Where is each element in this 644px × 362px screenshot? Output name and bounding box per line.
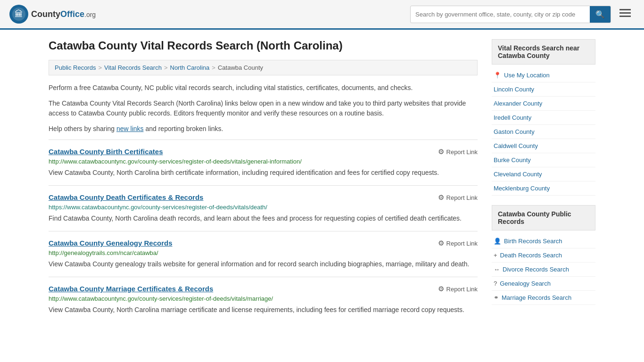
pr-link-4[interactable]: Marriage Records Search bbox=[502, 294, 571, 301]
svg-text:🏛: 🏛 bbox=[15, 9, 23, 19]
nearby-counties-list: Lincoln CountyAlexander CountyIredell Co… bbox=[492, 82, 595, 196]
use-my-location[interactable]: 📍 Use My Location bbox=[492, 68, 595, 82]
nearby-county-7: Mecklenburg County bbox=[492, 181, 595, 196]
report-icon-1: ⚙ bbox=[438, 193, 444, 202]
search-button[interactable]: 🔍 bbox=[590, 6, 611, 23]
report-link-3[interactable]: ⚙ Report Link bbox=[438, 285, 478, 293]
breadcrumb-current: Catawba County bbox=[218, 64, 263, 71]
pr-link-0[interactable]: Birth Records Search bbox=[504, 238, 562, 245]
nearby-county-1: Alexander County bbox=[492, 97, 595, 111]
public-record-item-4: ⚭ Marriage Records Search bbox=[492, 291, 595, 305]
description-3: Help others by sharing new links and rep… bbox=[49, 124, 478, 134]
report-icon-0: ⚙ bbox=[438, 148, 444, 156]
public-record-item-2: ↔ Divorce Records Search bbox=[492, 263, 595, 277]
breadcrumb: Public Records > Vital Records Search > … bbox=[49, 60, 478, 75]
pr-icon-1: + bbox=[494, 252, 497, 259]
nearby-county-2: Iredell County bbox=[492, 111, 595, 125]
nearby-county-6: Cleveland County bbox=[492, 167, 595, 181]
record-desc-0: View Catawba County, North Carolina birt… bbox=[49, 168, 478, 178]
pr-icon-0: 👤 bbox=[494, 238, 501, 245]
svg-rect-3 bbox=[619, 9, 631, 10]
county-link-4[interactable]: Caldwell County bbox=[494, 142, 538, 149]
public-record-item-1: + Death Records Search bbox=[492, 248, 595, 263]
pr-link-2[interactable]: Divorce Records Search bbox=[503, 266, 569, 273]
public-records-header: Catawba County Public Records bbox=[492, 205, 595, 230]
report-icon-2: ⚙ bbox=[438, 239, 444, 247]
breadcrumb-vital-records[interactable]: Vital Records Search bbox=[104, 64, 162, 71]
svg-rect-5 bbox=[619, 16, 631, 17]
county-link-7[interactable]: Mecklenburg County bbox=[494, 185, 550, 192]
public-record-item-3: ? Genealogy Search bbox=[492, 277, 595, 291]
menu-button[interactable] bbox=[616, 6, 635, 22]
description-2: The Catawba County Vital Records Search … bbox=[49, 99, 478, 118]
nearby-county-3: Gaston County bbox=[492, 125, 595, 139]
record-entry-2: Catawba County Genealogy Records ⚙ Repor… bbox=[49, 231, 478, 277]
report-icon-3: ⚙ bbox=[438, 285, 444, 293]
record-desc-2: View Catawba County genealogy trails web… bbox=[49, 259, 478, 269]
svg-rect-4 bbox=[619, 12, 631, 14]
report-link-1[interactable]: ⚙ Report Link bbox=[438, 193, 478, 202]
records-list: Catawba County Birth Certificates ⚙ Repo… bbox=[49, 140, 478, 322]
use-location-link[interactable]: Use My Location bbox=[504, 72, 550, 79]
header-right: 🔍 bbox=[410, 6, 635, 23]
county-link-2[interactable]: Iredell County bbox=[494, 114, 531, 121]
county-link-0[interactable]: Lincoln County bbox=[494, 86, 534, 93]
public-records-section: Catawba County Public Records 👤 Birth Re… bbox=[492, 205, 595, 305]
nearby-county-5: Burke County bbox=[492, 153, 595, 167]
sidebar: Vital Records Search near Catawba County… bbox=[492, 39, 595, 322]
search-container: 🔍 bbox=[410, 6, 611, 23]
county-link-5[interactable]: Burke County bbox=[494, 156, 531, 164]
record-url-1[interactable]: https://www.catawbacountync.gov/county-s… bbox=[49, 204, 478, 211]
record-title-0[interactable]: Catawba County Birth Certificates bbox=[49, 148, 163, 156]
county-link-6[interactable]: Cleveland County bbox=[494, 171, 542, 178]
description-1: Perform a free Catawba County, NC public… bbox=[49, 83, 478, 93]
pr-icon-3: ? bbox=[494, 280, 497, 287]
hamburger-icon bbox=[619, 9, 631, 17]
pr-icon-2: ↔ bbox=[494, 266, 500, 273]
record-url-3[interactable]: http://www.catawbacountync.gov/county-se… bbox=[49, 295, 478, 302]
record-title-3[interactable]: Catawba County Marriage Certificates & R… bbox=[49, 285, 213, 293]
report-link-0[interactable]: ⚙ Report Link bbox=[438, 148, 478, 156]
logo-icon: 🏛 bbox=[9, 5, 28, 24]
location-icon: 📍 bbox=[494, 72, 501, 79]
logo-text: CountyOffice.org bbox=[31, 9, 96, 19]
content: Catawba County Vital Records Search (Nor… bbox=[49, 39, 478, 322]
logo-area: 🏛 CountyOffice.org bbox=[9, 5, 96, 24]
pr-icon-4: ⚭ bbox=[494, 294, 499, 301]
search-input[interactable] bbox=[411, 8, 590, 21]
record-entry-0: Catawba County Birth Certificates ⚙ Repo… bbox=[49, 140, 478, 185]
record-desc-1: Find Catawba County, North Carolina deat… bbox=[49, 214, 478, 223]
nearby-section: Vital Records Search near Catawba County… bbox=[492, 39, 595, 196]
county-link-1[interactable]: Alexander County bbox=[494, 100, 542, 107]
county-link-3[interactable]: Gaston County bbox=[494, 128, 535, 135]
nearby-county-0: Lincoln County bbox=[492, 82, 595, 97]
public-record-item-0: 👤 Birth Records Search bbox=[492, 234, 595, 248]
public-records-list: 👤 Birth Records Search + Death Records S… bbox=[492, 234, 595, 305]
main-layout: Catawba County Vital Records Search (Nor… bbox=[39, 30, 605, 332]
page-title: Catawba County Vital Records Search (Nor… bbox=[49, 39, 478, 52]
record-entry-1: Catawba County Death Certificates & Reco… bbox=[49, 185, 478, 231]
record-desc-3: View Catawba County, North Carolina marr… bbox=[49, 305, 478, 315]
breadcrumb-public-records[interactable]: Public Records bbox=[55, 64, 96, 71]
breadcrumb-nc[interactable]: North Carolina bbox=[170, 64, 210, 71]
record-entry-3: Catawba County Marriage Certificates & R… bbox=[49, 277, 478, 322]
record-title-1[interactable]: Catawba County Death Certificates & Reco… bbox=[49, 193, 203, 201]
nearby-county-4: Caldwell County bbox=[492, 139, 595, 153]
record-url-0[interactable]: http://www.catawbacountync.gov/county-se… bbox=[49, 158, 478, 165]
pr-link-1[interactable]: Death Records Search bbox=[500, 252, 562, 259]
new-links-link[interactable]: new links bbox=[116, 125, 144, 132]
report-link-2[interactable]: ⚙ Report Link bbox=[438, 239, 478, 247]
record-title-2[interactable]: Catawba County Genealogy Records bbox=[49, 239, 173, 247]
record-url-2[interactable]: http://genealogytrails.com/ncar/catawba/ bbox=[49, 249, 478, 256]
pr-link-3[interactable]: Genealogy Search bbox=[500, 280, 551, 287]
nearby-header: Vital Records Search near Catawba County bbox=[492, 39, 595, 65]
header: 🏛 CountyOffice.org 🔍 bbox=[0, 0, 644, 30]
